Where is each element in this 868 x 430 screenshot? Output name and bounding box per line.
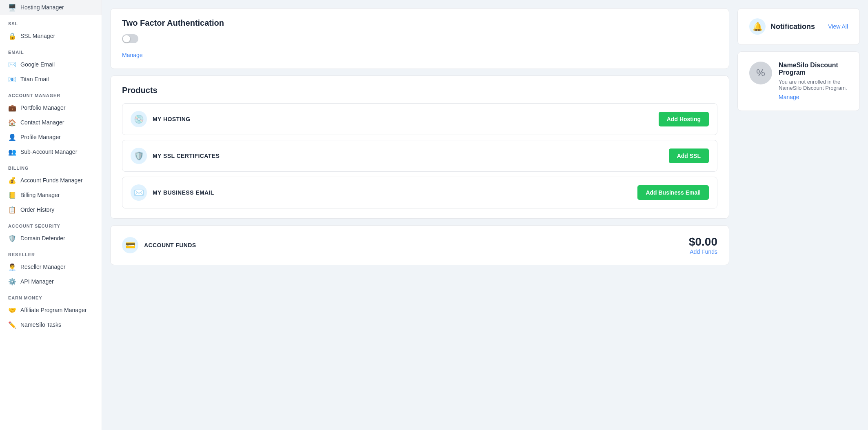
google-email-icon: ✉️	[8, 60, 16, 69]
sidebar-item-hosting-manager[interactable]: 🖥️Hosting Manager	[0, 0, 102, 15]
sidebar-item-label-hosting-manager: Hosting Manager	[20, 4, 64, 11]
main-content: Two Factor Authentication Manage Product…	[102, 0, 868, 430]
sidebar-item-label-portfolio-manager: Portfolio Manager	[20, 104, 66, 111]
discount-badge-icon: %	[749, 62, 772, 84]
sidebar-item-titan-email[interactable]: 📧Titan Email	[0, 72, 102, 86]
sidebar-section-billing: BILLING	[0, 159, 102, 173]
profile-manager-icon: 👤	[8, 133, 16, 141]
account-funds-card: 💳 ACCOUNT FUNDS $0.00 Add Funds	[110, 225, 729, 265]
tfa-toggle[interactable]	[122, 34, 138, 43]
sidebar-section-email: EMAIL	[0, 43, 102, 57]
tfa-manage-link[interactable]: Manage	[122, 52, 143, 58]
sidebar-item-label-titan-email: Titan Email	[20, 76, 49, 82]
add-ssl-button[interactable]: Add SSL	[669, 149, 709, 163]
sidebar-item-label-profile-manager: Profile Manager	[20, 134, 61, 140]
funds-left: 💳 ACCOUNT FUNDS	[122, 237, 196, 253]
discount-info: NameSilo Discount Program You are not en…	[779, 62, 848, 101]
sidebar-item-label-ssl-manager: SSL Manager	[20, 33, 55, 39]
product-left-ssl: 🛡️MY SSL CERTIFICATES	[131, 148, 220, 164]
account-funds-manager-icon: 💰	[8, 176, 16, 184]
product-row-business-email: ✉️MY BUSINESS EMAILAdd Business Email	[122, 177, 717, 208]
sidebar-item-portfolio-manager[interactable]: 💼Portfolio Manager	[0, 100, 102, 115]
sidebar-item-order-history[interactable]: 📋Order History	[0, 202, 102, 217]
sidebar-item-contact-manager[interactable]: 🏠Contact Manager	[0, 115, 102, 130]
product-left-business-email: ✉️MY BUSINESS EMAIL	[131, 184, 214, 201]
sidebar-item-affiliate-program-manager[interactable]: 🤝Affiliate Program Manager	[0, 303, 102, 317]
hosting-manager-icon: 🖥️	[8, 3, 16, 11]
products-title: Products	[122, 86, 717, 95]
ssl-product-icon: 🛡️	[131, 148, 147, 164]
sidebar-item-label-order-history: Order History	[20, 206, 54, 213]
ssl-manager-icon: 🔒	[8, 32, 16, 40]
discount-title: NameSilo Discount Program	[779, 62, 848, 76]
order-history-icon: 📋	[8, 206, 16, 214]
hosting-product-icon: 💿	[131, 111, 147, 127]
discount-program-card: % NameSilo Discount Program You are not …	[737, 51, 860, 111]
sidebar-item-google-email[interactable]: ✉️Google Email	[0, 57, 102, 72]
funds-icon: 💳	[122, 237, 138, 253]
portfolio-manager-icon: 💼	[8, 104, 16, 112]
bell-icon: 🔔	[749, 18, 766, 35]
sidebar-item-domain-defender[interactable]: 🛡️Domain Defender	[0, 231, 102, 246]
sidebar-section-account-security: ACCOUNT SECURITY	[0, 217, 102, 231]
sidebar-section-earn-money: EARN MONEY	[0, 289, 102, 303]
right-column: 🔔 Notifications View All % NameSilo Disc…	[737, 0, 868, 430]
sidebar-item-label-google-email: Google Email	[20, 61, 55, 68]
product-row-ssl: 🛡️MY SSL CERTIFICATESAdd SSL	[122, 140, 717, 172]
notifications-left: 🔔 Notifications	[749, 18, 815, 35]
discount-description: You are not enrolled in the NameSilo Dis…	[779, 79, 848, 91]
notifications-title: Notifications	[770, 22, 815, 31]
funds-right: $0.00 Add Funds	[689, 235, 717, 255]
sidebar-section-reseller: RESELLER	[0, 246, 102, 259]
titan-email-icon: 📧	[8, 75, 16, 83]
domain-defender-icon: 🛡️	[8, 234, 16, 242]
add-funds-link[interactable]: Add Funds	[689, 248, 717, 255]
sidebar-item-label-reseller-manager: Reseller Manager	[20, 264, 66, 270]
product-name-hosting: MY HOSTING	[153, 116, 191, 122]
sidebar-item-label-namesilo-tasks: NameSilo Tasks	[20, 321, 61, 328]
product-list: 💿MY HOSTINGAdd Hosting🛡️MY SSL CERTIFICA…	[122, 103, 717, 208]
sidebar-section-ssl: SSL	[0, 15, 102, 29]
funds-label: ACCOUNT FUNDS	[144, 242, 196, 248]
product-name-business-email: MY BUSINESS EMAIL	[153, 189, 214, 196]
sidebar-item-label-api-manager: API Manager	[20, 278, 54, 285]
api-manager-icon: ⚙️	[8, 277, 16, 286]
contact-manager-icon: 🏠	[8, 118, 16, 126]
view-all-link[interactable]: View All	[828, 23, 848, 30]
sidebar-item-label-contact-manager: Contact Manager	[20, 119, 64, 126]
sidebar-item-api-manager[interactable]: ⚙️API Manager	[0, 274, 102, 289]
sidebar-item-profile-manager[interactable]: 👤Profile Manager	[0, 130, 102, 144]
sidebar-item-subaccount-manager[interactable]: 👥Sub-Account Manager	[0, 144, 102, 159]
add-hosting-button[interactable]: Add Hosting	[659, 112, 709, 126]
tfa-card: Two Factor Authentication Manage	[110, 8, 729, 69]
notifications-card: 🔔 Notifications View All	[737, 8, 860, 45]
tfa-title: Two Factor Authentication	[122, 18, 717, 28]
tfa-toggle-knob	[123, 35, 130, 42]
products-card: Products 💿MY HOSTINGAdd Hosting🛡️MY SSL …	[110, 75, 729, 219]
sidebar-item-namesilo-tasks[interactable]: ✏️NameSilo Tasks	[0, 317, 102, 332]
discount-manage-link[interactable]: Manage	[779, 94, 799, 100]
sidebar-item-label-subaccount-manager: Sub-Account Manager	[20, 149, 77, 155]
sidebar-item-account-funds-manager[interactable]: 💰Account Funds Manager	[0, 173, 102, 188]
subaccount-manager-icon: 👥	[8, 148, 16, 156]
sidebar: 🖥️Hosting ManagerSSL🔒SSL ManagerEMAIL✉️G…	[0, 0, 102, 430]
business-email-product-icon: ✉️	[131, 184, 147, 201]
billing-manager-icon: 📒	[8, 191, 16, 199]
reseller-manager-icon: 👨‍💼	[8, 263, 16, 271]
sidebar-item-ssl-manager[interactable]: 🔒SSL Manager	[0, 29, 102, 43]
namesilo-tasks-icon: ✏️	[8, 321, 16, 329]
sidebar-item-reseller-manager[interactable]: 👨‍💼Reseller Manager	[0, 259, 102, 274]
funds-amount: $0.00	[689, 235, 717, 248]
product-name-ssl: MY SSL CERTIFICATES	[153, 153, 220, 159]
product-left-hosting: 💿MY HOSTING	[131, 111, 191, 127]
add-business-email-button[interactable]: Add Business Email	[637, 185, 709, 200]
sidebar-item-label-domain-defender: Domain Defender	[20, 235, 65, 242]
sidebar-item-billing-manager[interactable]: 📒Billing Manager	[0, 188, 102, 202]
product-row-hosting: 💿MY HOSTINGAdd Hosting	[122, 103, 717, 135]
sidebar-section-account-manager: ACCOUNT MANAGER	[0, 86, 102, 100]
sidebar-item-label-affiliate-program-manager: Affiliate Program Manager	[20, 307, 87, 313]
affiliate-program-manager-icon: 🤝	[8, 306, 16, 314]
sidebar-item-label-account-funds-manager: Account Funds Manager	[20, 177, 83, 184]
sidebar-item-label-billing-manager: Billing Manager	[20, 192, 60, 198]
center-column: Two Factor Authentication Manage Product…	[102, 0, 737, 430]
